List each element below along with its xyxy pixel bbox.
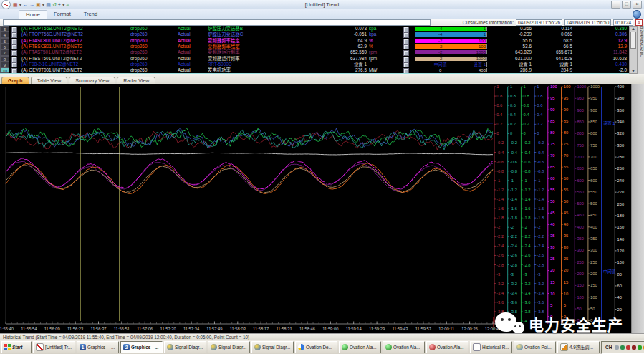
table-row[interactable]: 6(A) FTBSC801.UNIT2@NET2drop260Actual变频器… bbox=[0, 44, 629, 49]
trend-line-FTAST501 bbox=[6, 161, 493, 191]
row-checkbox-icon[interactable] bbox=[11, 44, 17, 49]
view-tab-summary-view[interactable]: Summary View bbox=[69, 77, 115, 84]
tray-status-green-icon[interactable] bbox=[620, 345, 625, 350]
view-tab-table-view[interactable]: Table View bbox=[31, 77, 68, 84]
table-icon[interactable]: ▤ bbox=[46, 1, 51, 8]
live-trend-icon[interactable]: ≈ bbox=[66, 1, 69, 8]
scroll-down-icon[interactable]: ▼ bbox=[630, 69, 637, 73]
taskbar-button[interactable]: Ovation Ala... bbox=[383, 341, 425, 353]
task-buttons: [Untitled] Tr...1Graphics - -...2Graphic… bbox=[33, 341, 600, 353]
scale-checkbox-icon[interactable] bbox=[403, 44, 409, 49]
minimize-button[interactable]: − bbox=[611, 1, 620, 9]
table-row[interactable]: 5(A) FTASC801.UNIT2@NET2drop260Actual变频器… bbox=[0, 38, 629, 44]
dropdown-icon[interactable]: ▾ bbox=[62, 1, 65, 8]
trend-name-field[interactable] bbox=[3, 19, 431, 26]
table-row[interactable]: 4(A) FTOPT56C.UNIT2@NET2drop260Actual炉膛压… bbox=[0, 32, 629, 37]
taskbar-button[interactable]: 2Graphics - ... bbox=[120, 341, 163, 353]
help-icon[interactable] bbox=[633, 10, 641, 19]
time-axis-label: 11:57:06 bbox=[137, 327, 153, 331]
row-checkbox-icon[interactable] bbox=[11, 50, 17, 55]
taskbar-button[interactable]: Historical R... bbox=[470, 341, 512, 353]
signal-name-cell: (A) FTOPT56B.UNIT2@NET2 bbox=[21, 26, 130, 32]
tray-status-green2-icon[interactable] bbox=[638, 345, 642, 350]
back-icon[interactable]: ← bbox=[23, 1, 28, 8]
taskbar-button[interactable]: 4.9热压调... bbox=[557, 341, 600, 353]
taskbar-button[interactable]: Ovation Ala... bbox=[426, 341, 468, 353]
ribbon-tab-trend[interactable]: Trend bbox=[77, 10, 104, 19]
cursor-time-1[interactable]: 04/09/2019 11:56:26 bbox=[516, 19, 562, 26]
add-icon[interactable]: + bbox=[58, 1, 61, 8]
table-scrollbar[interactable]: ▲ ▼ bbox=[629, 26, 638, 74]
scale-checkbox-icon[interactable] bbox=[403, 32, 409, 37]
ribbon-tab-format[interactable]: Format bbox=[47, 10, 77, 19]
svg-text:-0.8: -0.8 bbox=[524, 169, 531, 173]
delta-value-cell: 0.430 bbox=[575, 62, 629, 67]
trend-application-window: ▦▾←→▣▾▤↺+▾≈ [Untitled] Trend −□× HomeFor… bbox=[0, 0, 644, 354]
row-number: 9 bbox=[0, 62, 9, 67]
svg-text:75: 75 bbox=[550, 142, 554, 146]
trend-graph[interactable]: 10.80.60.40.20-0.2-0.4-0.6-0.8-1-1.2-1.4… bbox=[0, 84, 631, 333]
forward-icon[interactable]: → bbox=[29, 1, 34, 8]
row-checkbox-icon[interactable] bbox=[11, 68, 17, 73]
svg-text:900: 900 bbox=[577, 108, 584, 113]
scroll-up-icon[interactable]: ▲ bbox=[630, 27, 637, 31]
taskbar-button[interactable]: [Untitled] Tr... bbox=[33, 341, 75, 353]
tray-status-darkred-icon[interactable] bbox=[632, 345, 636, 350]
taskbar-button[interactable]: Ovation Ala... bbox=[339, 341, 381, 353]
table-row[interactable]: 10(A) GEVJT001.UNIT2@NET2drop260Actual发电… bbox=[0, 67, 629, 73]
scale-max-label: 设置 1 bbox=[474, 62, 486, 67]
refresh-icon[interactable]: ↺ bbox=[52, 1, 57, 8]
dropdown-icon[interactable]: ▾ bbox=[19, 1, 22, 8]
table-row[interactable]: 8(A) FTBST501.UNIT2@NET2drop260Actual变频器… bbox=[0, 56, 629, 62]
side-strip: [B] 2-#40%BMCR2 10U bbox=[638, 26, 644, 74]
taskbar-button[interactable]: Signal Diagr... bbox=[164, 341, 206, 353]
scale-checkbox-icon[interactable] bbox=[403, 27, 409, 32]
taskbar-button-label: Graphics - -... bbox=[87, 345, 115, 350]
row-number: 10 bbox=[0, 67, 9, 73]
row-checkbox-icon[interactable] bbox=[11, 39, 17, 44]
export-image-icon[interactable]: ▣ bbox=[36, 1, 41, 8]
cursor-time-2[interactable]: 04/09/2019 11:56:50 bbox=[564, 19, 611, 26]
row-checkbox-icon[interactable] bbox=[11, 57, 17, 62]
table-row[interactable]: 9(A) F08-2-10.UNIT2@NET2drop260ActualRRT… bbox=[0, 62, 629, 67]
svg-text:700: 700 bbox=[577, 155, 584, 159]
scale-checkbox-icon[interactable] bbox=[403, 62, 409, 67]
value-cell: -0.073 bbox=[326, 26, 369, 32]
scale-checkbox-icon[interactable] bbox=[403, 68, 409, 73]
taskbar-button[interactable]: Signal Diagr... bbox=[251, 341, 294, 353]
svg-text:-1.8: -1.8 bbox=[496, 216, 504, 220]
ribbon-tab-home[interactable]: Home bbox=[19, 10, 47, 19]
time-axis-label: 11:57:49 bbox=[206, 327, 222, 331]
scale-checkbox-icon[interactable] bbox=[403, 50, 409, 55]
table-row[interactable]: 3(A) FTOPT56B.UNIT2@NET2drop260Actual炉膛压… bbox=[0, 26, 629, 32]
maximize-button[interactable]: □ bbox=[622, 1, 631, 9]
svg-text:-2: -2 bbox=[524, 225, 527, 229]
scale-checkbox-icon[interactable] bbox=[403, 39, 409, 44]
signal-name-cell: (A) FTBSC801.UNIT2@NET2 bbox=[21, 44, 130, 49]
start-button[interactable]: Start bbox=[1, 341, 32, 353]
row-checkbox-icon[interactable] bbox=[11, 62, 17, 67]
taskbar-button[interactable]: Ovation Poi... bbox=[514, 341, 556, 353]
printer-tray-icon[interactable] bbox=[615, 345, 619, 350]
view-tab-radar-view[interactable]: Radar View bbox=[117, 77, 155, 84]
dropdown-icon[interactable]: ▾ bbox=[42, 1, 45, 8]
svg-text:-3.2: -3.2 bbox=[524, 282, 531, 286]
taskbar-button[interactable]: 1Graphics - -... bbox=[77, 341, 119, 353]
taskbar-button[interactable]: Signal Diagr... bbox=[208, 341, 250, 353]
view-tab-graph[interactable]: Graph bbox=[1, 77, 29, 84]
trend-chart-icon[interactable]: ▦ bbox=[13, 1, 18, 8]
cursor-marker-badge[interactable]: A bbox=[635, 19, 643, 26]
tray-status-red-icon[interactable] bbox=[626, 345, 630, 350]
table-row[interactable]: 7(A) FTAST501.UNIT2@NET2drop260Actual变频器… bbox=[0, 49, 629, 55]
close-button[interactable]: × bbox=[633, 1, 642, 9]
row-checkbox-icon[interactable] bbox=[11, 32, 17, 37]
language-indicator[interactable]: CH bbox=[604, 345, 613, 350]
svg-text:-1.4: -1.4 bbox=[524, 197, 532, 201]
scale-checkbox-icon[interactable] bbox=[403, 57, 409, 62]
scrollbar-thumb[interactable] bbox=[630, 32, 636, 49]
row-checkbox-icon[interactable] bbox=[11, 27, 17, 32]
taskbar-button[interactable]: Ovation De... bbox=[295, 341, 337, 353]
svg-text:150: 150 bbox=[577, 283, 584, 287]
svg-text:100: 100 bbox=[564, 85, 571, 89]
taskbar-button-label: Ovation Ala... bbox=[437, 345, 463, 350]
